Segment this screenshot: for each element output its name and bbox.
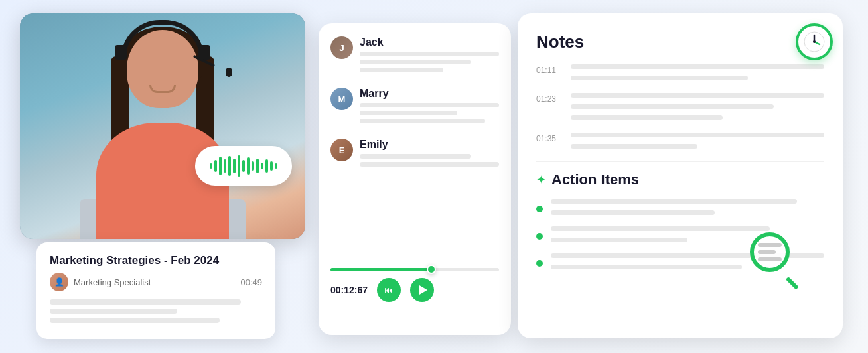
play-icon [419,285,427,295]
time-display: 00:12:67 [330,285,368,295]
timestamp-1: 01:11 [536,64,561,75]
wave-bar [270,161,273,171]
marry-line-2 [360,111,457,115]
action-lines-1 [551,199,824,218]
notes-lines-3 [571,133,824,152]
svg-point-3 [813,40,816,43]
wave-bar [265,159,268,173]
wave-bar [210,163,212,169]
magnify-circle [750,232,790,272]
magnify-inner [753,238,787,267]
note-line [571,133,824,137]
wave-bar [247,157,250,175]
marry-name: Marry [360,88,499,100]
specialist-name: Marketing Specialist [74,277,235,287]
video-background [20,13,305,239]
avatar-jack: J [330,36,353,59]
avatar-emily: E [330,139,353,161]
rewind-icon: ⏮ [384,285,394,295]
jack-line-2 [360,60,471,64]
clock-badge [796,23,833,60]
timestamp-3: 01:35 [536,133,561,143]
section-divider [536,161,824,162]
note-line [571,144,697,149]
action-line [551,265,742,269]
magnify-overlay [750,232,803,285]
clock-svg [802,30,826,54]
waveform-bubble [195,146,292,186]
progress-fill [330,268,431,271]
transcript-card: J Jack M Marry E [319,23,511,335]
wave-bar [252,161,254,171]
wave-bar [242,160,245,172]
meeting-line-2 [50,309,177,314]
note-line [571,76,748,80]
note-line [571,93,824,98]
notes-entry-3: 01:35 [536,133,824,152]
progress-section: 00:12:67 ⏮ [330,268,499,302]
jack-content: Jack [360,36,499,76]
action-line [551,199,797,204]
note-line [571,64,824,69]
wave-bar [256,159,259,173]
meeting-card: Marketing Strategies - Feb 2024 👤 Market… [36,242,275,339]
notes-lines-1 [571,64,824,84]
bullet-3 [536,260,543,267]
wave-bar [233,159,236,173]
action-item-1 [536,199,824,218]
marry-content: Marry [360,88,499,127]
participant-emily: E Emily [330,139,499,170]
jack-line-3 [360,68,443,72]
play-button[interactable] [410,278,434,302]
marry-line-1 [360,103,499,107]
progress-knob[interactable] [427,265,436,274]
meeting-title: Marketing Strategies - Feb 2024 [50,254,262,267]
notes-lines-2 [571,93,824,123]
emily-content: Emily [360,139,499,170]
note-line [571,104,774,109]
emily-line-1 [360,154,471,159]
notes-card: Notes 01:11 01:23 01:35 [518,13,843,338]
wave-bar [275,163,277,169]
note-line [571,115,723,120]
bullet-1 [536,206,543,212]
participant-jack: J Jack [330,36,499,76]
wave-bar [228,156,231,176]
wave-bar [261,163,263,169]
specialist-avatar-icon: 👤 [54,277,64,287]
wave-bar [219,157,222,175]
avatar-jack-initial: J [330,36,353,59]
action-line [551,238,687,242]
timestamp-2: 01:23 [536,93,561,104]
progress-bar[interactable] [330,268,499,271]
action-items-title: Action Items [551,171,639,188]
participant-marry: M Marry [330,88,499,127]
notes-entry-2: 01:23 [536,93,824,123]
bullet-2 [536,233,543,240]
notes-title: Notes [536,32,824,52]
action-items-header: ✦ Action Items [536,171,824,188]
wave-bar [238,155,240,176]
clock-face [802,30,826,54]
meeting-line-1 [50,299,241,305]
action-line [551,226,770,231]
specialist-avatar: 👤 [50,273,68,291]
meeting-time: 00:49 [240,277,262,287]
magnify-line [758,250,776,254]
sparkle-icon: ✦ [536,173,546,187]
magnify-line [758,243,782,247]
scene: Marketing Strategies - Feb 2024 👤 Market… [0,0,868,353]
avatar-emily-initial: E [330,139,353,161]
emily-line-2 [360,162,499,167]
notes-entry-1: 01:11 [536,64,824,84]
rewind-button[interactable]: ⏮ [377,278,401,302]
specialist-row: 👤 Marketing Specialist 00:49 [50,273,262,291]
wave-bar [224,159,226,173]
avatar-marry: M [330,88,353,110]
meeting-line-3 [50,318,220,323]
player-controls: 00:12:67 ⏮ [330,278,499,302]
wave-bar [214,160,217,172]
jack-line-1 [360,52,499,56]
video-card [20,13,305,239]
magnify-handle [786,277,799,290]
